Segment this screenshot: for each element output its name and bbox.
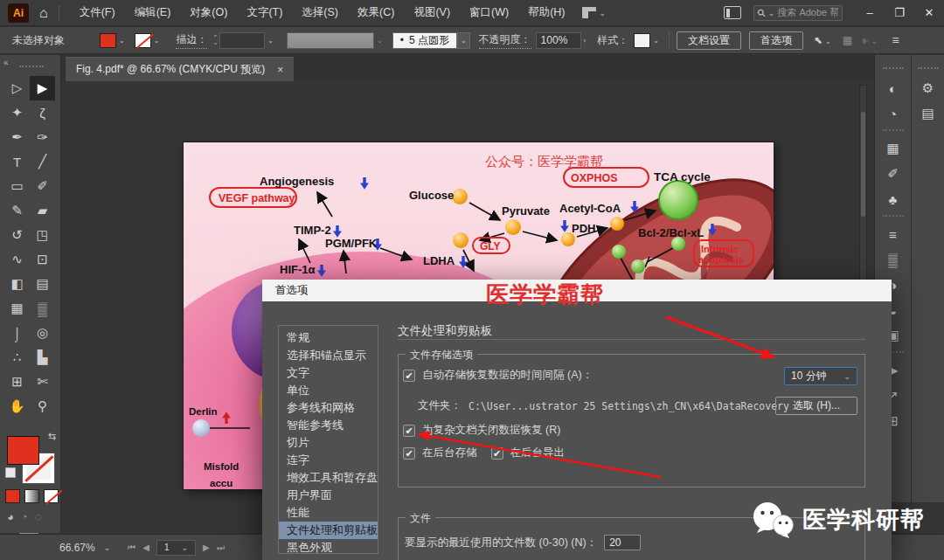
opacity-arrow-icon[interactable]: › [581,37,589,45]
chevron-down-icon[interactable]: ⌄ [457,32,470,49]
share-screen-icon[interactable] [724,6,741,19]
chevron-down-icon[interactable]: ⌄ [151,37,163,45]
line-segment-tool[interactable]: ╱ [30,149,55,174]
symbol-sprayer-tool[interactable]: ∴ [4,345,30,370]
default-fill-stroke-icon[interactable] [5,467,16,478]
shape-builder-tool[interactable]: ◧ [4,272,30,296]
swatches-panel-icon[interactable]: ▦ [882,139,905,158]
pref-item[interactable]: 常规 [279,329,378,347]
fill-color-swatch[interactable] [100,33,116,48]
paintbrush-tool[interactable]: ✐ [30,174,55,198]
drag-handle[interactable] [918,67,939,69]
document-setup-button[interactable]: 文档设置 [677,31,741,50]
zoom-level-dropdown[interactable]: 66.67% ⌄ [59,542,110,554]
control-menu-icon[interactable]: ≡ [892,33,899,47]
blend-tool[interactable]: ◎ [30,321,55,345]
pen-tool[interactable]: ✒ [4,125,30,149]
scale-tool[interactable]: ◳ [30,223,55,247]
last-artboard-button[interactable]: ⏭ [217,543,225,553]
color-panel-icon[interactable]: ◐ [882,79,905,98]
zoom-tool[interactable]: ⚲ [30,394,55,418]
none-mode-button[interactable] [44,489,59,503]
pref-item[interactable]: 单位 [279,382,378,399]
chevron-down-icon[interactable]: ⌄ [650,37,662,45]
minimize-button[interactable]: – [855,0,885,26]
column-graph-tool[interactable]: ▙ [30,345,55,370]
fill-proxy[interactable] [7,436,39,465]
close-button[interactable]: ✕ [914,0,944,26]
gradient-tool[interactable]: ▒ [30,296,55,321]
drawing-modes[interactable]: ◕◔◌ [7,510,41,523]
interval-dropdown[interactable]: 10 分钟 ⌄ [784,367,857,385]
swap-fill-stroke-icon[interactable]: ⇆ [48,431,56,442]
menu-select[interactable]: 选择(S) [292,5,348,20]
pref-item[interactable]: 设备 [279,557,378,560]
drag-handle[interactable] [883,67,904,69]
previous-artboard-button[interactable]: ◀ [142,543,149,552]
pref-item[interactable]: 性能 [279,504,378,522]
eraser-tool[interactable]: ▰ [30,198,55,223]
stroke-weight-label[interactable]: 描边： [176,32,207,49]
magic-wand-tool[interactable]: ✦ [4,100,30,125]
mesh-tool[interactable]: ▦ [4,296,30,321]
pref-item[interactable]: 参考线和网格 [279,399,378,417]
eyedropper-tool[interactable]: ⌡ [4,321,30,345]
home-icon[interactable]: ⌂ [39,5,48,21]
brushes-panel-icon[interactable]: ✐ [882,164,905,183]
opacity-label[interactable]: 不透明度： [479,32,531,49]
arrange-documents-icon[interactable]: ⌄ [582,7,607,18]
rotate-tool[interactable]: ↺ [4,223,30,247]
libraries-panel-icon[interactable]: ▤ [917,104,940,123]
drag-handle[interactable] [19,66,44,68]
next-artboard-button[interactable]: ▶ [203,543,210,552]
tab-close-icon[interactable]: × [277,64,283,76]
menu-edit[interactable]: 编辑(E) [125,5,181,20]
menu-window[interactable]: 窗口(W) [460,5,518,20]
chevron-down-icon[interactable]: ⌄ [265,37,276,45]
choose-folder-button[interactable]: 选取 (H)... [775,397,857,415]
menu-help[interactable]: 帮助(H) [518,5,574,20]
rectangle-tool[interactable]: ▭ [4,174,30,198]
pref-item[interactable]: 增效工具和暂存盘 [279,469,378,487]
first-artboard-button[interactable]: ⏮ [128,543,135,553]
isolate-selection-icon[interactable]: ⬉⌄ [814,34,834,46]
gradient-mode-button[interactable] [24,489,39,503]
properties-panel-icon[interactable]: ⚙ [917,79,940,98]
pref-item[interactable]: 文字 [279,364,378,382]
width-tool[interactable]: ∿ [4,247,30,272]
opacity-field[interactable]: 100% [536,32,581,49]
variable-width-profile-dropdown[interactable] [287,32,374,49]
slice-tool[interactable]: ✄ [30,370,55,394]
preferences-button[interactable]: 首选项 [749,31,803,50]
menu-type[interactable]: 文字(T) [237,5,292,20]
direct-selection-tool[interactable]: ▶ [30,76,55,100]
stroke-color-swatch[interactable] [135,33,151,48]
pref-item[interactable]: 切片 [279,434,378,452]
menu-object[interactable]: 对象(O) [180,5,237,20]
menu-effect[interactable]: 效果(C) [348,5,404,20]
style-swatch[interactable] [634,33,650,48]
pref-item[interactable]: 选择和锚点显示 [279,347,378,364]
gradient-panel-icon[interactable]: ▒ [882,250,905,269]
app-logo-icon[interactable]: Ai [8,3,29,23]
maximize-button[interactable]: ❐ [885,0,914,26]
menu-file[interactable]: 文件(F) [70,5,125,20]
symbols-panel-icon[interactable]: ♣ [882,190,905,209]
background-export-checkbox[interactable]: ✔ [491,447,503,460]
color-guide-panel-icon[interactable]: ◔ [882,104,905,123]
brush-definition-dropdown[interactable]: • 5 点圆形 [392,32,457,49]
document-tab[interactable]: Fig. 4.pdf* @ 66.67% (CMYK/CPU 预览) × [66,57,294,81]
color-mode-button[interactable] [5,489,20,503]
fill-stroke-control[interactable]: ⇆ [5,431,58,487]
stroke-panel-icon[interactable]: ≡ [882,225,905,244]
free-transform-tool[interactable]: ⊡ [30,247,55,272]
pref-item[interactable]: 用户界面 [279,487,378,504]
align-icon[interactable]: ⫦⌄ [863,34,879,46]
search-input[interactable]: ⚲ ⌄ 搜索 Adobe 帮助 [753,5,843,21]
menu-view[interactable]: 视图(V) [404,5,460,20]
curvature-tool[interactable]: ✑ [30,125,55,149]
pref-item[interactable]: 智能参考线 [279,417,378,434]
lasso-tool[interactable]: ζ [30,100,55,125]
auto-save-checkbox[interactable]: ✔ [403,370,415,382]
complex-doc-checkbox[interactable]: ✔ [403,425,415,437]
